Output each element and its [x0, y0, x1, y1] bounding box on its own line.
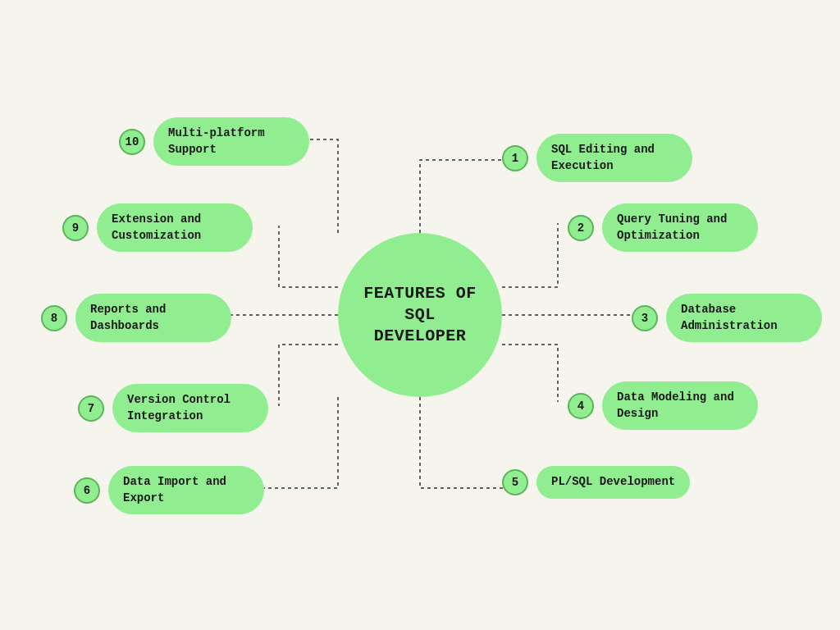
node-1: 1 SQL Editing and Execution — [502, 134, 692, 182]
node-9-bubble: Extension and Customization — [97, 203, 253, 252]
node-6-label: Data Import and Export — [123, 475, 226, 504]
node-3: 3 Database Administration — [632, 294, 822, 342]
node-1-number: 1 — [502, 145, 528, 171]
node-6-number: 6 — [74, 477, 100, 504]
node-3-bubble: Database Administration — [666, 294, 822, 342]
node-7: 7 Version Control Integration — [78, 384, 268, 432]
node-10-number: 10 — [119, 129, 145, 155]
node-6: 6 Data Import and Export — [74, 466, 264, 514]
node-9-label: Extension and Customization — [112, 212, 201, 242]
node-4-bubble: Data Modeling and Design — [602, 381, 758, 430]
node-1-label: SQL Editing and Execution — [551, 143, 655, 172]
node-8: 8 Reports and Dashboards — [41, 294, 231, 342]
node-8-number: 8 — [41, 305, 67, 331]
node-2-label: Query Tuning and Optimization — [617, 212, 727, 242]
node-7-number: 7 — [78, 395, 104, 422]
node-9-number: 9 — [62, 215, 89, 241]
node-6-bubble: Data Import and Export — [108, 466, 264, 514]
diagram-container: .dotted { stroke: #333; stroke-width: 1.… — [0, 0, 840, 630]
node-4-number: 4 — [568, 393, 594, 419]
node-8-label: Reports and Dashboards — [90, 303, 166, 332]
center-title: FEATURES OFSQLDEVELOPER — [363, 283, 477, 347]
node-10: 10 Multi-platform Support — [119, 117, 309, 166]
node-8-bubble: Reports and Dashboards — [75, 294, 231, 342]
node-9: 9 Extension and Customization — [62, 203, 253, 252]
node-5-number: 5 — [502, 469, 528, 495]
node-4-label: Data Modeling and Design — [617, 390, 734, 420]
node-1-bubble: SQL Editing and Execution — [536, 134, 692, 182]
node-2-number: 2 — [568, 215, 594, 241]
node-5-bubble: PL/SQL Development — [536, 466, 690, 499]
node-2-bubble: Query Tuning and Optimization — [602, 203, 758, 252]
node-7-bubble: Version Control Integration — [112, 384, 268, 432]
node-10-bubble: Multi-platform Support — [153, 117, 309, 166]
node-5: 5 PL/SQL Development — [502, 466, 690, 499]
node-7-label: Version Control Integration — [127, 393, 231, 422]
node-3-number: 3 — [632, 305, 658, 331]
node-10-label: Multi-platform Support — [168, 126, 265, 156]
node-5-label: PL/SQL Development — [551, 475, 675, 488]
node-4: 4 Data Modeling and Design — [568, 381, 758, 430]
center-circle: FEATURES OFSQLDEVELOPER — [338, 233, 502, 397]
node-2: 2 Query Tuning and Optimization — [568, 203, 758, 252]
node-3-label: Database Administration — [681, 303, 778, 332]
